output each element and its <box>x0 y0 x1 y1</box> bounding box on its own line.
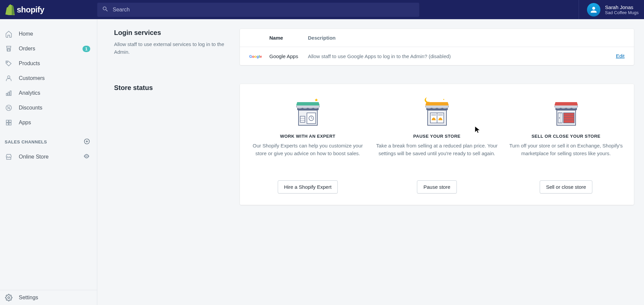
sidebar-item-orders[interactable]: Orders 1 <box>0 41 97 56</box>
sidebar-item-discounts[interactable]: Discounts <box>0 100 97 115</box>
sidebar-item-settings[interactable]: Settings <box>0 290 97 305</box>
card-heading: WORK WITH AN EXPERT <box>280 134 335 139</box>
search-input[interactable] <box>113 7 415 13</box>
orders-icon <box>5 45 13 53</box>
svg-point-10 <box>9 108 10 109</box>
login-services-title: Login services <box>114 29 226 37</box>
search-icon <box>102 6 109 14</box>
search-bar[interactable] <box>97 3 419 17</box>
card-heading: PAUSE YOUR STORE <box>413 134 461 139</box>
customers-icon <box>5 74 13 82</box>
topbar: shopify Sarah Jonas Sad Coffee Mugs <box>0 0 644 19</box>
svg-point-9 <box>7 106 8 107</box>
shopify-bag-icon <box>5 4 15 15</box>
sidebar-item-label: Analytics <box>19 90 90 96</box>
sidebar-item-label: Online Store <box>19 154 77 160</box>
sidebar: Home Orders 1 Products Customers Analy <box>0 19 97 305</box>
sales-channels-header: SALES CHANNELS <box>0 130 97 149</box>
sidebar-item-online-store[interactable]: Online Store <box>0 149 97 165</box>
sidebar-item-customers[interactable]: Customers <box>0 71 97 86</box>
sidebar-item-label: Home <box>19 31 90 37</box>
avatar <box>587 3 600 16</box>
orders-badge: 1 <box>83 46 90 52</box>
sidebar-item-label: Apps <box>19 120 90 126</box>
sales-channels-label: SALES CHANNELS <box>5 139 47 144</box>
sidebar-item-label: Discounts <box>19 105 90 111</box>
svg-rect-14 <box>9 123 11 125</box>
svg-rect-38 <box>438 114 443 116</box>
main-content: Login services Allow staff to use extern… <box>97 19 644 305</box>
edit-link[interactable]: Edit <box>616 53 625 59</box>
sidebar-item-label: Customers <box>19 75 90 81</box>
hire-expert-button[interactable]: Hire a Shopify Expert <box>278 180 338 193</box>
svg-rect-12 <box>9 120 11 122</box>
card-heading: SELL OR CLOSE YOUR STORE <box>532 134 601 139</box>
status-card-close: SELL OR CLOSE YOUR STORE Turn off your s… <box>505 93 627 193</box>
add-channel-button[interactable] <box>84 138 90 146</box>
status-card-pause: PAUSE YOUR STORE Take a break from selli… <box>376 93 498 193</box>
login-services-desc: Allow staff to use external services to … <box>114 41 226 56</box>
user-menu[interactable]: Sarah Jonas Sad Coffee Mugs <box>579 0 639 19</box>
sidebar-item-home[interactable]: Home <box>0 27 97 41</box>
card-body: Our Shopify Experts can help you customi… <box>247 142 369 173</box>
svg-point-19 <box>8 297 10 299</box>
settings-icon <box>5 294 13 302</box>
svg-point-18 <box>86 156 87 157</box>
store-status-card: WORK WITH AN EXPERT Our Shopify Experts … <box>240 84 634 205</box>
store-status-title: Store status <box>114 84 226 92</box>
svg-rect-13 <box>6 123 8 125</box>
analytics-icon <box>5 89 13 97</box>
table-header-name: Name <box>269 35 308 41</box>
svg-rect-42 <box>564 113 574 123</box>
logo-text: shopify <box>17 5 44 14</box>
table-header-description: Description <box>308 35 604 41</box>
svg-point-48 <box>559 118 560 119</box>
svg-rect-11 <box>6 120 8 122</box>
service-name: Google Apps <box>269 53 308 59</box>
expert-store-illustration <box>291 93 325 127</box>
sidebar-item-analytics[interactable]: Analytics <box>0 86 97 100</box>
sidebar-item-apps[interactable]: Apps <box>0 115 97 130</box>
home-icon <box>5 30 13 38</box>
discounts-icon <box>5 104 13 112</box>
user-store-name: Sad Coffee Mugs <box>605 10 639 15</box>
sidebar-item-products[interactable]: Products <box>0 56 97 71</box>
sidebar-item-label: Orders <box>19 46 76 52</box>
online-store-icon <box>5 153 13 161</box>
sidebar-item-label: Products <box>19 60 90 67</box>
products-icon <box>5 59 13 68</box>
pause-store-illustration <box>420 93 454 127</box>
login-services-card: Name Description Google Google Apps Allo… <box>240 29 634 65</box>
service-description: Allow staff to use Google Apps to log in… <box>308 53 604 59</box>
svg-point-2 <box>7 62 8 63</box>
status-card-expert: WORK WITH AN EXPERT Our Shopify Experts … <box>247 93 369 193</box>
shopify-logo[interactable]: shopify <box>5 4 44 15</box>
svg-rect-37 <box>431 114 436 116</box>
pause-store-button[interactable]: Pause store <box>417 180 457 193</box>
svg-rect-5 <box>8 92 9 95</box>
table-row: Google Google Apps Allow staff to use Go… <box>240 47 634 65</box>
card-body: Take a break from selling at a reduced p… <box>376 142 498 173</box>
close-store-button[interactable]: Sell or close store <box>540 180 592 193</box>
apps-icon <box>5 119 13 127</box>
svg-rect-24 <box>300 116 305 122</box>
sidebar-item-label: Settings <box>19 295 90 301</box>
svg-rect-4 <box>6 93 8 95</box>
close-store-illustration <box>549 93 583 127</box>
user-name: Sarah Jonas <box>605 4 639 10</box>
card-body: Turn off your store or sell it on Exchan… <box>505 142 627 173</box>
google-icon: Google <box>249 54 262 58</box>
view-store-icon[interactable] <box>83 152 90 161</box>
svg-point-3 <box>7 76 10 78</box>
svg-rect-6 <box>10 91 11 96</box>
svg-point-30 <box>443 99 444 100</box>
